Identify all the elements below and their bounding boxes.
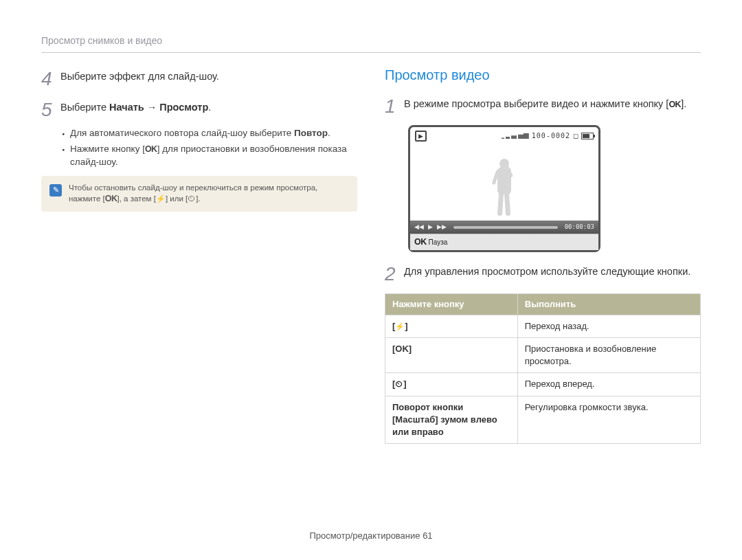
page-number: 61 [423,530,432,541]
flash-icon [156,194,166,203]
battery-icon [581,133,594,139]
step-5: 5 Выберите Начать → Просмотр. [41,96,357,123]
step-text: Для управления просмотром используйте сл… [404,260,690,278]
sub-item: Для автоматического повтора слайд-шоу вы… [62,127,357,140]
right-column: Просмотр видео 1 В режиме просмотра выбе… [385,65,701,445]
silhouette-icon [490,159,519,221]
action-cell: Приостановка и возобновление просмотра. [517,338,700,373]
note-box: ✎ Чтобы остановить слайд-шоу и переключи… [41,176,357,212]
section-title: Просмотр видео [385,65,701,85]
flash-icon [395,321,405,331]
table-header: Выполнить [517,293,700,315]
timer-icon [188,194,196,203]
rewind-icon: ◀◀ [414,223,424,232]
table-header: Нажмите кнопку [385,293,518,315]
left-column: 4 Выберите эффект для слайд-шоу. 5 Выбер… [41,65,357,445]
action-cell: Регулировка громкости звука. [517,396,700,444]
step-number: 4 [41,65,60,92]
step-5-sublist: Для автоматического повтора слайд-шоу вы… [41,127,357,169]
step-text: В режиме просмотра выберите видео и нажм… [404,93,686,111]
preview-footer: OK Пауза [410,234,598,251]
table-row: Поворот кнопки [Масштаб] зумом влево или… [385,396,701,444]
button-cell: [] [385,373,518,396]
step-text: Выберите эффект для слайд-шоу. [60,65,219,83]
table-row: [OK] Приостановка и возобновление просмо… [385,338,701,373]
controls-table: Нажмите кнопку Выполнить [] Переход наза… [385,293,701,445]
document-page: Просмотр снимков и видео 4 Выберите эффе… [0,0,742,560]
page-header: Просмотр снимков и видео [41,34,701,53]
lock-icon: ◻ [573,131,578,141]
page-footer: Просмотр/редактирование 61 [0,530,742,542]
button-cell: Поворот кнопки [Масштаб] зумом влево или… [385,396,518,444]
preview-body [410,145,598,221]
preview-top-bar: ▶ 100-0002 ◻ [410,127,598,146]
button-cell: [] [385,315,518,337]
signal-icon [502,133,529,139]
table-row: [] Переход вперед. [385,373,701,396]
step-1: 1 В режиме просмотра выберите видео и на… [385,93,701,120]
play-icon: ▶ [428,223,433,232]
video-preview-screen: ▶ 100-0002 ◻ ◀◀ ▶ ▶▶ 00:0 [408,125,600,253]
action-cell: Переход вперед. [517,373,700,396]
step-text: Выберите Начать → Просмотр. [60,96,211,114]
step-2: 2 Для управления просмотром используйте … [385,260,701,287]
timer-icon [395,379,403,389]
step-4: 4 Выберите эффект для слайд-шоу. [41,65,357,92]
note-text: Чтобы остановить слайд-шоу и переключить… [69,183,317,205]
play-mode-icon: ▶ [415,131,427,142]
step-number: 5 [41,96,60,123]
step-number: 2 [385,260,404,287]
frame-counter: 100-0002 [532,131,570,141]
progress-track [453,226,558,229]
preview-progress-bar: ◀◀ ▶ ▶▶ 00:00:03 [410,221,598,234]
info-icon: ✎ [49,184,62,197]
content-columns: 4 Выберите эффект для слайд-шоу. 5 Выбер… [41,65,701,445]
fastforward-icon: ▶▶ [437,223,447,232]
table-row: [] Переход назад. [385,315,701,337]
action-cell: Переход назад. [517,315,700,337]
step-number: 1 [385,93,404,120]
sub-item: Нажмите кнопку [OK] для приостановки и в… [62,143,357,169]
button-cell: [OK] [385,338,518,373]
elapsed-time: 00:00:03 [565,223,594,232]
